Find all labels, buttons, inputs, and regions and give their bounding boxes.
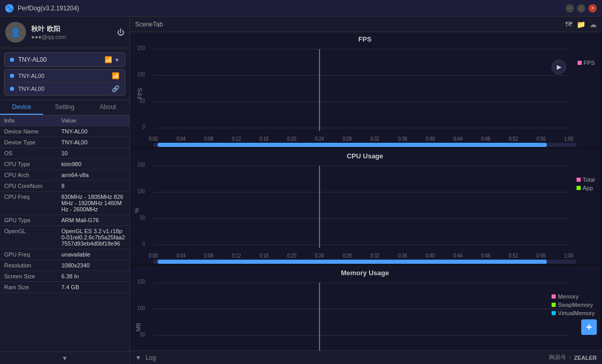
avatar: 👤 [5, 22, 26, 43]
chart-title-cpu: CPU Usage [130, 149, 600, 161]
svg-text:100: 100 [137, 188, 145, 194]
info-value-0: TNY-AL00 [61, 128, 125, 134]
legend-item-swapmemory: SwapMemory [552, 302, 595, 308]
chart-panel-fps: FPS FPS 0 50 100 150 0:000:040:080:120:1… [130, 32, 600, 147]
info-value-6: 830MHz - 1805MHz 826MHz - 1920MHz 1460MH… [61, 194, 125, 212]
svg-text:0:00: 0:00 [149, 252, 158, 259]
brand-zealer: ZEALER [574, 355, 597, 361]
device-item-1[interactable]: TNY-AL00 📶 [5, 70, 125, 83]
info-value-5: 8 [61, 183, 125, 189]
legend-dot [552, 311, 556, 315]
main-layout: 👤 秋叶 欧阳 ●●●@qq.com ⏻ TNY-AL00 📶 ▼ TNY-AL… [0, 17, 602, 364]
legend-dot [552, 303, 556, 307]
legend-item-memory: Memory [552, 293, 595, 300]
info-key-11: Screen Size [4, 273, 61, 279]
minimize-button[interactable]: − [566, 4, 574, 12]
info-col2-header: Value [61, 117, 125, 124]
scrollbar-thumb-cpu [158, 260, 547, 264]
svg-text:0:08: 0:08 [204, 136, 214, 142]
device-main-selector[interactable]: TNY-AL00 📶 ▼ [4, 52, 125, 67]
tab-setting[interactable]: Setting [43, 100, 86, 115]
chart-svg-memory: 0 50 100 150 0:000:040:080:120:160:200:2… [153, 278, 569, 350]
legend-dot [552, 294, 556, 299]
scene-tab-label: SceneTab [135, 21, 163, 28]
svg-text:0:32: 0:32 [370, 136, 379, 142]
svg-text:0:04: 0:04 [177, 136, 186, 142]
scrollbar-track-cpu [153, 260, 577, 264]
info-value-12: 7.4 GB [61, 284, 125, 290]
chart-svg-cpu: 0 50 100 150 0:000:040:080:120:160:200:2… [153, 161, 569, 260]
title-bar: 🐾 PerfDog(v3.2.191204) − □ × [0, 0, 602, 17]
charts-container[interactable]: FPS FPS 0 50 100 150 0:000:040:080:120:1… [130, 32, 602, 350]
bottom-bar-right: 网易号 | ZEALER [549, 354, 597, 361]
folder-icon[interactable]: 📁 [577, 20, 585, 29]
svg-text:0:48: 0:48 [481, 136, 490, 142]
content-area: SceneTab 🗺 📁 ☁ FPS FPS 0 50 100 [130, 17, 602, 364]
y-label-fps: FPS [137, 88, 143, 99]
charts-render: FPS FPS 0 50 100 150 0:000:040:080:120:1… [130, 32, 600, 350]
chart-scrollbar-fps[interactable] [153, 143, 577, 147]
svg-text:0:16: 0:16 [259, 136, 269, 142]
svg-text:0:56: 0:56 [536, 252, 546, 259]
svg-text:0:32: 0:32 [370, 252, 379, 259]
location-icon[interactable]: 🗺 [565, 20, 572, 29]
legend-label: App [583, 185, 593, 191]
svg-text:0:36: 0:36 [398, 136, 408, 142]
info-key-4: CPU Arch [4, 172, 61, 178]
chart-area-fps: FPS 0 50 100 150 0:000:040:080:120:160:2… [130, 44, 600, 143]
device-item-label-2: TNY-AL00 [18, 86, 112, 92]
info-key-7: GPU Type [4, 217, 61, 223]
device-item-2[interactable]: TNY-AL00 🔗 [5, 83, 125, 95]
dropdown-arrow-icon: ▼ [114, 57, 120, 63]
scrollbar-thumb-fps [158, 143, 547, 147]
info-rows-container: Device NameTNY-AL00Device TypeTNY-AL00OS… [0, 126, 129, 293]
svg-text:0:20: 0:20 [287, 136, 297, 142]
info-row-0: Device NameTNY-AL00 [0, 126, 129, 137]
y-label-memory: MB [135, 323, 141, 332]
svg-text:0:20: 0:20 [287, 252, 297, 259]
chart-area-memory: MB 0 50 100 150 0:000:040:080:120:160:20… [130, 278, 600, 350]
device-dot-1 [10, 74, 14, 78]
svg-text:0:08: 0:08 [204, 252, 214, 259]
chart-scrollbar-cpu[interactable] [153, 260, 577, 264]
cloud-icon[interactable]: ☁ [590, 20, 597, 29]
tab-device[interactable]: Device [0, 100, 43, 115]
maximize-button[interactable]: □ [577, 4, 585, 12]
chart-panel-cpu: CPU Usage % 0 50 100 150 0:000:040:080:1… [130, 149, 600, 264]
info-key-8: OpenGL [4, 228, 61, 247]
selected-device-label: TNY-AL00 [18, 56, 104, 63]
window-controls: − □ × [566, 4, 597, 12]
sidebar-scroll-down[interactable]: ▼ [0, 352, 129, 364]
chart-legend-cpu: Total App [577, 177, 595, 191]
svg-text:1:00: 1:00 [564, 136, 573, 142]
legend-label: FPS [584, 60, 595, 66]
svg-text:0:44: 0:44 [453, 252, 463, 259]
info-key-5: CPU CoreNum [4, 183, 61, 189]
bottom-arrow-icon[interactable]: ▼ [135, 354, 141, 361]
info-row-5: CPU CoreNum8 [0, 181, 129, 192]
brand-separator: | [569, 355, 571, 361]
play-button[interactable]: ▶ [552, 60, 566, 74]
chart-area-cpu: % 0 50 100 150 0:000:040:080:120:160:200… [130, 161, 600, 260]
info-row-1: Device TypeTNY-AL00 [0, 137, 129, 148]
close-button[interactable]: × [588, 4, 597, 12]
info-col1-header: Info [4, 117, 61, 124]
info-row-4: CPU Archarm64-v8a [0, 170, 129, 181]
legend-label: Memory [558, 293, 579, 300]
svg-text:0:12: 0:12 [232, 136, 241, 142]
power-icon[interactable]: ⏻ [117, 28, 124, 36]
scroll-down-icon: ▼ [62, 355, 68, 362]
svg-text:50: 50 [140, 331, 145, 338]
svg-text:0:28: 0:28 [343, 136, 352, 142]
svg-text:0:24: 0:24 [315, 252, 324, 259]
legend-item-app: App [577, 185, 595, 191]
wifi-icon-1: 📶 [112, 72, 120, 79]
tab-about[interactable]: About [86, 100, 129, 115]
svg-text:100: 100 [137, 305, 145, 311]
sidebar: 👤 秋叶 欧阳 ●●●@qq.com ⏻ TNY-AL00 📶 ▼ TNY-AL… [0, 17, 130, 364]
svg-text:50: 50 [140, 214, 145, 221]
info-row-9: GPU Frequnavailable [0, 249, 129, 260]
add-chart-button[interactable]: + [581, 319, 597, 335]
info-value-3: kirin980 [61, 161, 125, 167]
svg-text:0:00: 0:00 [149, 136, 158, 142]
